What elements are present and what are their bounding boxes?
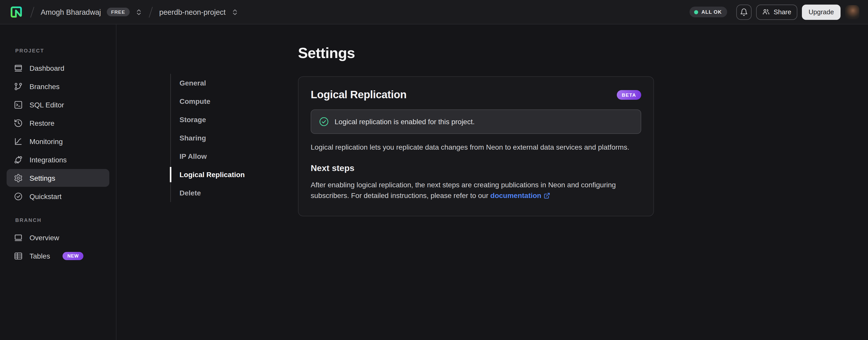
topbar-actions: ALL OK Share (690, 4, 859, 20)
project-switcher-chevrons-icon[interactable] (231, 8, 238, 16)
next-steps-title: Next steps (311, 163, 641, 174)
terminal-icon (14, 100, 23, 109)
success-banner: Logical replication is enabled for this … (311, 109, 641, 134)
sidebar-item-label: Monitoring (30, 137, 63, 145)
subnav-item-compute[interactable]: Compute (171, 92, 245, 110)
documentation-link[interactable]: documentation (491, 191, 541, 200)
git-branch-icon (14, 82, 23, 91)
sidebar-item-label: Branches (30, 82, 60, 90)
user-avatar[interactable] (845, 5, 859, 19)
status-dot-icon (694, 10, 699, 14)
beta-badge: BETA (617, 90, 641, 100)
new-badge: NEW (63, 252, 83, 260)
sidebar-item-label: Quickstart (30, 192, 62, 200)
breadcrumb: Amogh Bharadwaj FREE peerdb-neon-project (9, 4, 690, 20)
sidebar-item-tables[interactable]: Tables NEW (7, 247, 109, 265)
sidebar-item-integrations[interactable]: Integrations (7, 151, 109, 168)
share-button[interactable]: Share (756, 4, 797, 20)
next-steps-text: After enabling logical replication, the … (311, 180, 641, 202)
users-icon (763, 8, 770, 16)
subnav-item-general[interactable]: General (171, 74, 245, 92)
sidebar-section-branch: BRANCH (0, 217, 116, 223)
history-icon (14, 118, 23, 128)
subnav-item-logical-replication[interactable]: Logical Replication (171, 165, 245, 184)
sidebar-item-label: Settings (30, 174, 55, 182)
sidebar-item-branches[interactable]: Branches (7, 77, 109, 95)
logical-replication-card: Logical Replication BETA Logical replica… (298, 76, 654, 216)
subnav-item-ip-allow[interactable]: IP Allow (171, 147, 245, 165)
card-title: Logical Replication (311, 89, 407, 101)
content-area: General Compute Storage Sharing IP Allow… (117, 24, 868, 340)
sidebar-item-sql-editor[interactable]: SQL Editor (7, 96, 109, 114)
banner-text: Logical replication is enabled for this … (335, 118, 475, 126)
sidebar-item-monitoring[interactable]: Monitoring (7, 132, 109, 150)
sidebar-item-overview[interactable]: Overview (7, 229, 109, 246)
page-title: Settings (298, 45, 654, 62)
status-label: ALL OK (702, 9, 722, 15)
sidebar-item-quickstart[interactable]: Quickstart (7, 187, 109, 205)
sidebar-item-label: Tables (30, 252, 50, 260)
share-label: Share (774, 8, 791, 16)
upgrade-button[interactable]: Upgrade (802, 4, 841, 20)
window-icon (14, 233, 23, 242)
bell-icon (740, 8, 748, 16)
sidebar-section-project: PROJECT (0, 48, 116, 53)
gear-icon (14, 173, 23, 182)
status-pill[interactable]: ALL OK (690, 7, 727, 17)
breadcrumb-divider (30, 7, 34, 17)
sidebar-item-dashboard[interactable]: Dashboard (7, 59, 109, 77)
check-circle-icon (14, 192, 23, 201)
card-description: Logical replication lets you replicate d… (311, 142, 641, 153)
org-switcher-chevrons-icon[interactable] (135, 8, 143, 16)
chart-icon (14, 137, 23, 146)
settings-page: Settings Logical Replication BETA Logica… (298, 45, 654, 216)
subnav-item-sharing[interactable]: Sharing (171, 129, 245, 147)
neon-console: Amogh Bharadwaj FREE peerdb-neon-project… (0, 0, 868, 340)
sidebar: PROJECT Dashboard (0, 24, 117, 340)
sidebar-item-label: Integrations (30, 155, 67, 164)
plan-badge: FREE (106, 8, 130, 16)
topbar: Amogh Bharadwaj FREE peerdb-neon-project… (0, 0, 868, 24)
integrations-icon (14, 155, 23, 164)
notifications-button[interactable] (737, 4, 752, 20)
sidebar-item-label: Restore (30, 119, 54, 127)
next-steps-body: After enabling logical replication, the … (311, 181, 616, 200)
neon-logo-icon[interactable] (9, 4, 24, 20)
external-link-icon[interactable] (543, 191, 550, 202)
subnav-item-storage[interactable]: Storage (171, 110, 245, 129)
table-icon (14, 251, 23, 260)
breadcrumb-divider (149, 7, 153, 17)
dashboard-icon (14, 63, 23, 73)
check-circle-icon (319, 117, 329, 127)
sidebar-item-label: Dashboard (30, 64, 64, 72)
org-name[interactable]: Amogh Bharadwaj (41, 8, 101, 16)
sidebar-item-restore[interactable]: Restore (7, 114, 109, 132)
settings-subnav: General Compute Storage Sharing IP Allow… (170, 74, 245, 202)
project-name[interactable]: peerdb-neon-project (159, 8, 225, 16)
sidebar-item-label: SQL Editor (30, 101, 64, 109)
sidebar-item-settings[interactable]: Settings (7, 169, 109, 187)
subnav-item-delete[interactable]: Delete (171, 184, 245, 202)
sidebar-item-label: Overview (30, 233, 59, 242)
